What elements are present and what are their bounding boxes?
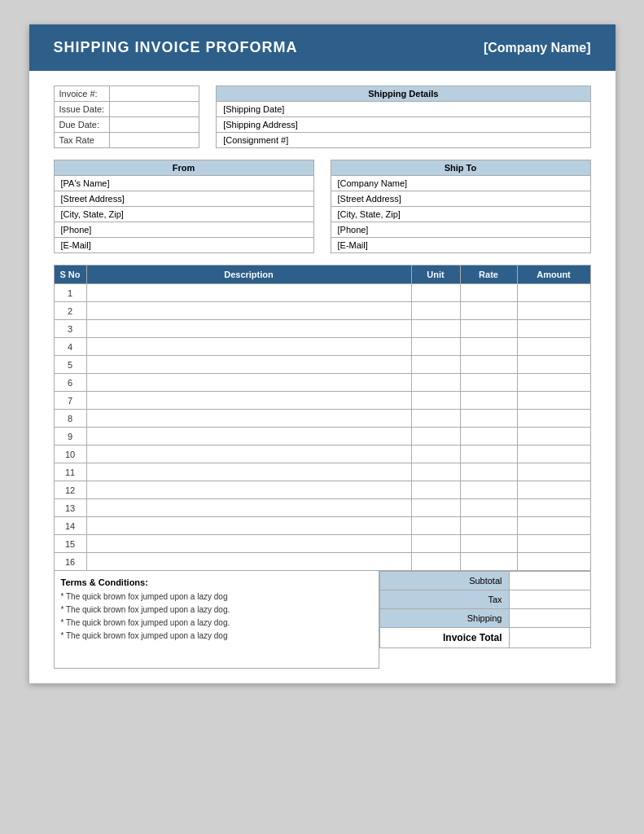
row-unit[interactable] [411,481,460,499]
from-value[interactable]: [PA's Name] [54,176,313,191]
row-desc[interactable] [86,302,411,320]
row-desc[interactable] [86,320,411,338]
ship-to-value[interactable]: [City, State, Zip] [331,207,590,222]
table-row: 3 [54,320,590,338]
row-rate[interactable] [460,410,517,428]
row-unit[interactable] [411,535,460,553]
row-rate[interactable] [460,338,517,356]
row-desc[interactable] [86,499,411,517]
row-unit[interactable] [411,553,460,571]
row-amount[interactable] [517,517,590,535]
row-amount[interactable] [517,320,590,338]
row-rate[interactable] [460,374,517,392]
ship-to-value[interactable]: [Street Address] [331,191,590,207]
row-amount[interactable] [517,463,590,481]
row-desc[interactable] [86,517,411,535]
row-amount[interactable] [517,535,590,553]
col-rate: Rate [460,266,517,284]
row-unit[interactable] [411,356,460,374]
total-value[interactable] [509,572,590,590]
row-amount[interactable] [517,499,590,517]
from-row: [Phone] [54,222,313,238]
ship-to-value[interactable]: [E-Mail] [331,238,590,253]
row-unit[interactable] [411,446,460,463]
row-amount[interactable] [517,284,590,302]
row-desc[interactable] [86,392,411,410]
table-row: 16 [54,553,590,571]
total-value[interactable] [509,628,590,648]
row-unit[interactable] [411,302,460,320]
row-desc[interactable] [86,446,411,463]
shipping-detail-value[interactable]: [Consignment #] [217,133,590,148]
row-rate[interactable] [460,428,517,446]
row-unit[interactable] [411,428,460,446]
row-desc[interactable] [86,553,411,571]
row-unit[interactable] [411,284,460,302]
row-amount[interactable] [517,302,590,320]
ship-to-value[interactable]: [Phone] [331,222,590,238]
row-rate[interactable] [460,302,517,320]
row-sno: 2 [54,302,86,320]
from-value[interactable]: [E-Mail] [54,238,313,253]
row-rate[interactable] [460,320,517,338]
shipping-detail-value[interactable]: [Shipping Date] [217,102,590,117]
row-rate[interactable] [460,517,517,535]
row-amount[interactable] [517,410,590,428]
from-value[interactable]: [Street Address] [54,191,313,207]
row-rate[interactable] [460,481,517,499]
invoice-field-value[interactable] [110,86,199,102]
table-row: 10 [54,446,590,463]
row-desc[interactable] [86,428,411,446]
row-rate[interactable] [460,535,517,553]
totals-table: Subtotal Tax Shipping Invoice Total [379,571,591,648]
ship-to-row: [Company Name] [331,176,590,191]
row-desc[interactable] [86,338,411,356]
shipping-detail-row: [Shipping Address] [217,117,590,133]
from-row: [E-Mail] [54,238,313,253]
row-unit[interactable] [411,320,460,338]
total-value[interactable] [509,609,590,628]
invoice-field-value[interactable] [110,133,199,148]
from-label: From [54,160,313,176]
row-amount[interactable] [517,553,590,571]
row-desc[interactable] [86,463,411,481]
row-desc[interactable] [86,535,411,553]
row-amount[interactable] [517,338,590,356]
row-rate[interactable] [460,499,517,517]
row-amount[interactable] [517,481,590,499]
row-desc[interactable] [86,284,411,302]
row-amount[interactable] [517,356,590,374]
row-rate[interactable] [460,392,517,410]
row-rate[interactable] [460,553,517,571]
row-amount[interactable] [517,374,590,392]
invoice-field-value[interactable] [110,117,199,133]
row-rate[interactable] [460,463,517,481]
invoice-field-value[interactable] [110,102,199,117]
row-amount[interactable] [517,392,590,410]
row-amount[interactable] [517,428,590,446]
ship-to-row: [Street Address] [331,191,590,207]
total-value[interactable] [509,590,590,609]
row-sno: 5 [54,356,86,374]
row-desc[interactable] [86,481,411,499]
from-row: [City, State, Zip] [54,207,313,222]
from-value[interactable]: [City, State, Zip] [54,207,313,222]
row-unit[interactable] [411,463,460,481]
row-desc[interactable] [86,410,411,428]
row-unit[interactable] [411,499,460,517]
from-value[interactable]: [Phone] [54,222,313,238]
row-unit[interactable] [411,374,460,392]
table-row: 2 [54,302,590,320]
row-rate[interactable] [460,356,517,374]
row-unit[interactable] [411,410,460,428]
row-unit[interactable] [411,392,460,410]
row-desc[interactable] [86,356,411,374]
row-desc[interactable] [86,374,411,392]
row-unit[interactable] [411,338,460,356]
ship-to-value[interactable]: [Company Name] [331,176,590,191]
row-rate[interactable] [460,284,517,302]
row-rate[interactable] [460,446,517,463]
row-amount[interactable] [517,446,590,463]
shipping-detail-value[interactable]: [Shipping Address] [217,117,590,133]
row-unit[interactable] [411,517,460,535]
